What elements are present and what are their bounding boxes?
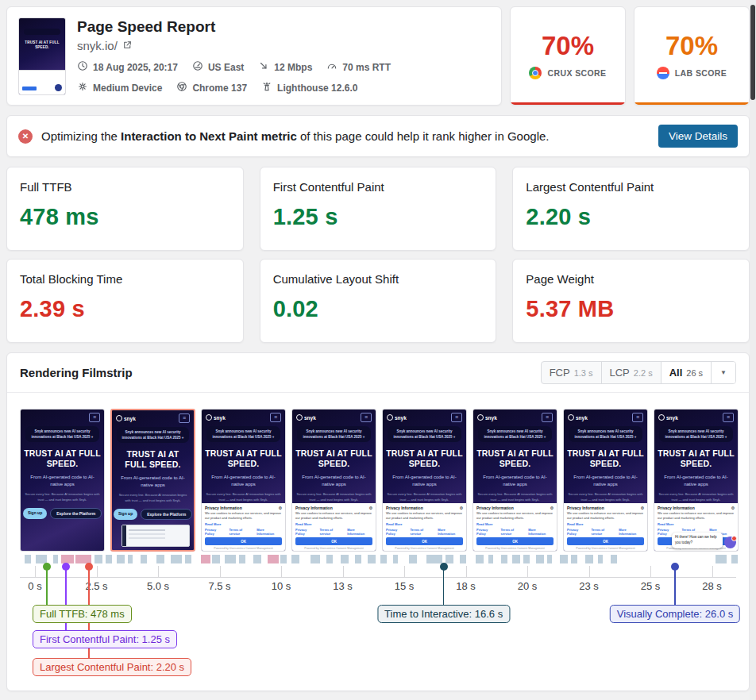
filmstrip-frame-1[interactable]: ≡Snyk announces new AI security innovati… [20,409,105,552]
network-activity-segment [716,555,727,563]
filmstrip-frame-4[interactable]: snyk≡Snyk announces new AI security inno… [291,409,376,552]
timeline-tick-label: 28 s [702,580,722,592]
score-label-row: LAB SCORE [657,67,727,79]
site-body-text: Secure every line. Because AI innovation… [568,492,643,502]
cookie-powered-by: Powered by Usercentrics Consent Manageme… [476,547,554,550]
first-contentful-paint-marker-line [65,570,67,633]
device-icon [77,81,88,94]
cookie-banner: Privacy Information⚙We use cookies to en… [202,503,285,551]
cookie-link: More Information [528,528,554,536]
filmstrip-frame-8[interactable]: snyk≡Snyk announces new AI security inno… [654,409,739,552]
gear-icon: ⚙ [460,506,463,510]
cookie-body: We use cookies to enhance our services, … [476,511,554,521]
site-body-text: Secure every line. Because AI innovation… [206,492,281,502]
tab-dropdown-button[interactable]: ▼ [712,362,735,383]
cookie-banner: Privacy Information⚙We use cookies to en… [564,503,647,551]
cookie-title: Privacy Information⚙ [658,506,735,510]
cookie-ok-button: OK [476,537,554,545]
filmstrip-frame-2[interactable]: snyk≡Snyk announces new AI security inno… [110,409,195,552]
cookie-links: Privacy PolicyTerms of serviceMore Infor… [205,528,282,536]
site-body-text: Secure every line. Because AI innovation… [387,492,462,502]
filmstrip-body: ≡Snyk announces new AI security innovati… [7,393,749,690]
network-activity-segment [156,555,164,563]
thumbnail-ok-button [22,87,37,90]
tab-lcp[interactable]: LCP2.2 s [602,362,662,383]
gear-icon: ⚙ [731,506,735,510]
frame-site-header: ≡ [21,410,104,422]
clock-icon [77,60,88,74]
score-label-row: CRUX SCORE [529,67,606,79]
meta-item-label: Medium Device [93,83,162,94]
hamburger-menu-icon: ≡ [723,413,734,422]
snyk-logo: snyk [658,414,678,421]
cookie-link: Terms of service [591,528,615,536]
sign-up-button: Sign up [23,508,47,519]
metric-card-page-weight: Page Weight5.37 MB [512,259,750,343]
network-activity-segment [536,555,544,563]
tab-all[interactable]: All26 s [662,362,712,383]
network-activity-segment [94,555,102,563]
network-activity-segment [128,555,133,563]
snyk-logo: snyk [296,414,316,421]
network-activity-segment [460,555,466,563]
external-link-icon[interactable] [122,39,133,52]
report-header-card: TRUST AI AT FULL SPEED. Page Speed Repor… [6,6,502,106]
metric-card-cumulative-layout-shift: Cumulative Layout Shift0.02 [260,259,497,343]
meta-item-label: 70 ms RTT [342,62,391,73]
error-icon: ✕ [18,129,33,144]
timeline-tick-label: 10 s [272,580,291,592]
network-activity-segment [523,555,530,563]
page-url-link[interactable]: snyk.io/ [77,39,118,52]
filmstrip-frame-3[interactable]: snyk≡Snyk announces new AI security inno… [201,409,286,552]
timeline-tick [466,566,467,577]
timeline-tick-label: 5.0 s [147,580,169,592]
metric-label: Page Weight [526,272,736,286]
filmstrip-frame-7[interactable]: snyk≡Snyk announces new AI security inno… [563,409,648,552]
cookie-link: Terms of service [229,528,253,536]
hamburger-menu-icon: ≡ [451,413,462,422]
metric-card-first-contentful-paint: First Contentful Paint1.25 s [260,167,497,251]
tab-fcp[interactable]: FCP1.3 s [542,362,602,383]
cookie-link: Terms of service [410,528,434,536]
scrollbar-thumb[interactable] [750,5,755,100]
cookie-powered-by: Powered by Usercentrics Consent Manageme… [386,547,463,550]
page-thumbnail: TRUST AI AT FULL SPEED. [18,17,66,95]
cookie-link: Privacy Policy [567,528,588,536]
network-activity-segment [53,555,58,563]
timeline-tick-label: 7.5 s [208,580,230,592]
cookie-link: More Information [347,528,372,536]
frame-site-header: snyk≡ [112,410,194,423]
cookie-link: Privacy Policy [205,528,226,536]
scrollbar-track[interactable] [750,0,756,700]
site-body-text: Secure every line. Because AI innovation… [25,492,100,502]
site-cta-row: Sign upExplore the Platform [21,508,104,519]
frame-site-header: snyk≡ [202,410,285,422]
alert-bar: ✕ Optimizing the Interaction to Next Pai… [6,115,750,157]
cookie-title: Privacy Information⚙ [476,506,554,510]
network-activity-segment [547,555,552,563]
network-activity-segment [291,555,299,563]
visually-complete-label: Visually Complete: 26.0 s [610,605,740,623]
site-product-screenshot [122,525,190,547]
timeline-tick-label: 20 s [518,580,538,592]
announcement-pill: Snyk announces new AI security innovatio… [206,426,280,442]
filmstrip-tab-group: FCP1.3 sLCP2.2 sAll26 s▼ [541,361,736,384]
page-speed-report-page: TRUST AI AT FULL SPEED. Page Speed Repor… [0,0,756,700]
full-ttfb-marker-line [46,570,48,607]
network-activity-segment [393,555,398,563]
filmstrip-frame-5[interactable]: snyk≡Snyk announces new AI security inno… [382,409,467,552]
cookie-ok-button: OK [567,537,644,545]
site-body-text: Secure every line. Because AI innovation… [658,492,734,502]
tab-label: All [669,367,683,379]
tab-value: 2.2 s [634,368,653,378]
time-to-interactive-marker-line [443,570,445,607]
network-activity-segment [380,555,387,563]
site-headline: TRUST AI AT FULL SPEED. [295,448,372,468]
tab-label: LCP [610,367,630,379]
meta-item-chrome: Chrome 137 [176,81,247,94]
timeline-tick-label: 13 s [333,580,353,592]
filmstrip-frame-6[interactable]: snyk≡Snyk announces new AI security inno… [472,409,557,552]
meta-item-clock: 18 Aug 2025, 20:17 [77,60,178,74]
view-details-button[interactable]: View Details [658,125,738,148]
site-subhead: From AI-generated code to AI-native apps [26,474,98,489]
